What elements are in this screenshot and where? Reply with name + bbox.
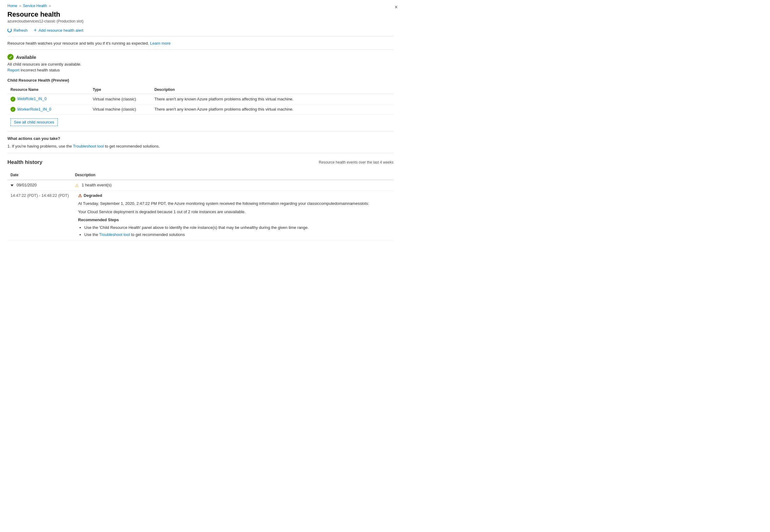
history-title: Health history: [7, 159, 42, 165]
step-2-suffix: to get recommended solutions: [130, 232, 185, 237]
action-item-1: 1. If you're having problems, use the Tr…: [7, 144, 393, 148]
history-time-range: 14:47:22 (PDT) - 14:48:22 (PDT): [7, 190, 72, 241]
resource-table-row: ✓WorkerRole1_IN_0Virtual machine (classi…: [7, 104, 393, 115]
recommended-step-2: Use the Troubleshoot tool to get recomme…: [84, 231, 390, 238]
status-description: All child resources are currently availa…: [7, 62, 393, 67]
status-available-icon: ✓: [7, 54, 14, 60]
see-all-child-resources-button[interactable]: See all child resources: [10, 118, 58, 126]
toolbar: Refresh + Add resource health alert: [7, 28, 393, 37]
add-alert-label: Add resource health alert: [39, 28, 83, 33]
refresh-icon: [7, 28, 12, 32]
info-bar: Resource health watches your resource an…: [7, 41, 393, 50]
child-resources-section: Child Resource Health (Preview) Resource…: [7, 78, 393, 131]
resource-name-cell: ✓WorkerRole1_IN_0: [7, 104, 90, 115]
health-history-section: Health history Resource health events ov…: [7, 153, 393, 241]
resource-name-cell: ✓WebRole1_IN_0: [7, 94, 90, 104]
history-date-row: 09/01/2020 ⚠ 1 health event(s): [7, 180, 393, 190]
see-all-container: See all child resources: [7, 115, 393, 131]
learn-more-link[interactable]: Learn more: [150, 41, 170, 46]
recommended-steps-title: Recommended Steps: [78, 217, 390, 222]
status-section: ✓ Available All child resources are curr…: [7, 54, 393, 72]
child-resources-title: Child Resource Health (Preview): [7, 78, 393, 83]
resource-table: Resource Name Type Description ✓WebRole1…: [7, 86, 393, 115]
col-type: Type: [90, 86, 151, 94]
breadcrumb-home[interactable]: Home: [7, 4, 17, 8]
breadcrumb-sep2: >: [49, 4, 51, 8]
resource-type-cell: Virtual machine (classic): [90, 94, 151, 104]
refresh-button[interactable]: Refresh: [7, 28, 28, 33]
col-description: Description: [151, 86, 393, 94]
report-link[interactable]: Report: [7, 68, 19, 72]
report-link-container: Report incorrect health status: [7, 68, 393, 72]
event-text-1: At Tuesday, September 1, 2020, 2:47:22 P…: [78, 201, 390, 207]
recommended-steps-list: Use the 'Child Resource Health' panel ab…: [78, 224, 390, 238]
degraded-warning-icon: ⚠: [78, 193, 82, 198]
history-event-count-cell: ⚠ 1 health event(s): [72, 180, 393, 190]
breadcrumb-service-health[interactable]: Service Health: [23, 4, 47, 8]
resource-type-cell: Virtual machine (classic): [90, 104, 151, 115]
page-subtitle: azurecloudservices12-classic (Production…: [7, 19, 393, 23]
refresh-label: Refresh: [14, 28, 28, 33]
history-col-date: Date: [7, 171, 72, 180]
actions-title: What actions can you take?: [7, 136, 393, 141]
status-available: ✓ Available: [7, 54, 393, 60]
page-title: Resource health: [7, 10, 393, 18]
degraded-title: ⚠ Degraded: [78, 193, 390, 198]
col-resource-name: Resource Name: [7, 86, 90, 94]
degraded-label: Degraded: [83, 193, 102, 198]
resource-description-cell: There aren't any known Azure platform pr…: [151, 94, 393, 104]
step-1-text: Use the 'Child Resource Health' panel ab…: [84, 225, 309, 230]
resource-name-link[interactable]: WebRole1_IN_0: [17, 96, 47, 101]
breadcrumb-sep1: >: [19, 4, 21, 8]
plus-icon: +: [34, 28, 37, 33]
history-subtitle: Resource health events over the last 4 w…: [319, 160, 393, 164]
history-date-cell[interactable]: 09/01/2020: [7, 180, 72, 190]
history-event-detail: ⚠ Degraded At Tuesday, September 1, 2020…: [72, 190, 393, 241]
step-2-troubleshoot-link[interactable]: Troubleshoot tool: [99, 232, 130, 237]
event-text-2: Your Cloud Service deployment is degrade…: [78, 209, 390, 215]
warning-triangle-icon: ⚠: [75, 183, 79, 188]
close-button[interactable]: ×: [394, 4, 398, 10]
report-suffix: incorrect health status: [19, 68, 60, 72]
resource-description-cell: There aren't any known Azure platform pr…: [151, 104, 393, 115]
info-bar-text: Resource health watches your resource an…: [7, 41, 149, 46]
chevron-down-icon: [10, 185, 14, 186]
recommended-step-1: Use the 'Child Resource Health' panel ab…: [84, 224, 390, 231]
history-event-row: 14:47:22 (PDT) - 14:48:22 (PDT) ⚠ Degrad…: [7, 190, 393, 241]
action-text-prefix: 1. If you're having problems, use the: [7, 144, 73, 148]
history-col-description: Description: [72, 171, 393, 180]
history-table: Date Description 09/01/2020 ⚠ 1 health e…: [7, 171, 393, 241]
add-alert-button[interactable]: + Add resource health alert: [34, 28, 83, 33]
troubleshoot-tool-link[interactable]: Troubleshoot tool: [73, 144, 104, 148]
actions-section: What actions can you take? 1. If you're …: [7, 131, 393, 148]
history-header: Health history Resource health events ov…: [7, 159, 393, 165]
resource-name-link[interactable]: WorkerRole1_IN_0: [17, 107, 51, 112]
actions-list: 1. If you're having problems, use the Tr…: [7, 144, 393, 148]
row-available-icon: ✓: [10, 107, 15, 112]
action-text-suffix: to get recommended solutions.: [104, 144, 160, 148]
step-2-prefix: Use the: [84, 232, 99, 237]
breadcrumb: Home > Service Health >: [7, 4, 393, 8]
row-available-icon: ✓: [10, 97, 15, 102]
history-event-count: 1 health event(s): [82, 183, 112, 187]
history-date: 09/01/2020: [17, 183, 37, 187]
status-label: Available: [16, 55, 36, 60]
resource-table-row: ✓WebRole1_IN_0Virtual machine (classic)T…: [7, 94, 393, 104]
